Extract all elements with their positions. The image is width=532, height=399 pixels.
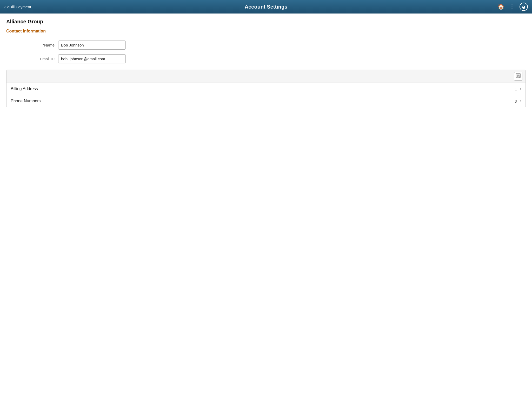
- billing-address-label: Billing Address: [11, 87, 38, 91]
- contact-info-section-title: Contact Information: [6, 29, 526, 34]
- email-label: Email ID: [6, 57, 58, 61]
- billing-address-row[interactable]: Billing Address 1 ›: [6, 83, 526, 95]
- back-arrow-icon: ‹: [4, 4, 6, 10]
- phone-numbers-chevron: ›: [520, 99, 521, 103]
- alliance-group-title: Alliance Group: [6, 19, 526, 25]
- back-label: eBill Payment: [7, 5, 31, 9]
- phone-numbers-right: 3 ›: [515, 99, 521, 103]
- email-field-row: Email ID: [6, 54, 526, 63]
- address-phone-list: Billing Address 1 › Phone Numbers 3 ›: [6, 70, 526, 107]
- section-divider: [6, 35, 526, 35]
- phone-numbers-label: Phone Numbers: [11, 99, 41, 103]
- name-field-row: *Name: [6, 41, 526, 50]
- back-button[interactable]: ‹ eBill Payment: [4, 4, 31, 10]
- name-label: *Name: [6, 43, 58, 47]
- page-title-header: Account Settings: [245, 4, 287, 10]
- compass-button[interactable]: ◕: [520, 3, 528, 11]
- phone-numbers-count: 3: [515, 99, 517, 103]
- header-actions: 🏠 ⋮ ◕: [497, 3, 528, 11]
- list-header-bar: [6, 70, 526, 83]
- compass-icon: ◕: [522, 4, 526, 9]
- billing-address-count: 1: [515, 87, 517, 91]
- phone-numbers-row[interactable]: Phone Numbers 3 ›: [6, 95, 526, 107]
- home-icon[interactable]: 🏠: [497, 3, 504, 10]
- app-header: ‹ eBill Payment Account Settings 🏠 ⋮ ◕: [0, 0, 532, 14]
- billing-address-right: 1 ›: [515, 87, 521, 91]
- main-content: Alliance Group Contact Information *Name…: [0, 14, 532, 112]
- more-icon[interactable]: ⋮: [509, 3, 515, 10]
- name-input[interactable]: [58, 41, 126, 50]
- billing-address-chevron: ›: [520, 87, 521, 91]
- export-icon[interactable]: [514, 72, 522, 81]
- email-input[interactable]: [58, 54, 126, 63]
